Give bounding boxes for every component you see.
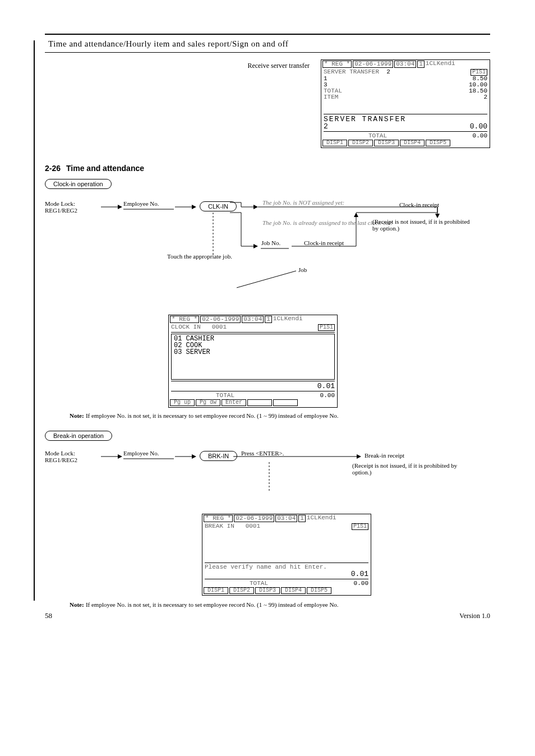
pos-l4-l: ITEM [324, 94, 338, 100]
mode-lock-label-2: Mode Lock:REG1/REG2 [45, 450, 77, 463]
pos1-btn1[interactable]: DISP1 [322, 140, 347, 146]
pos3-mode: * REG * [204, 515, 233, 522]
pos2-mode: * REG * [170, 316, 199, 323]
pos2-title-l: CLOCK IN [171, 324, 201, 330]
breakin-receipt: Break-in receipt [365, 452, 404, 459]
pos3-date: 02-06-1999 [234, 515, 274, 522]
pos2-btn1[interactable]: Pg up [170, 399, 195, 406]
pos2-clerk: 1CLKendi [273, 316, 303, 323]
pos3-title-r: 0001 [246, 523, 260, 529]
pos3-btn2[interactable]: DISP2 [229, 587, 254, 594]
touch-job-note: Touch the appropriate job. [167, 253, 232, 260]
pos-display-clockin: * REG * 02-06-1999 03:04 1 1CLKendi CLOC… [168, 315, 338, 408]
job-label: Job [298, 266, 307, 273]
pos2-btn5[interactable] [273, 399, 298, 406]
pos2-btn3[interactable]: Enter [222, 399, 246, 406]
svg-marker-28 [192, 454, 196, 459]
pos-mid-title: SERVER TRANSFER [324, 116, 487, 123]
pos2-btn2[interactable]: Pg dw [196, 399, 220, 406]
footer-version: Version 1.0 [459, 612, 490, 620]
pos3-term: 1 [298, 515, 306, 522]
pos3-time: 03:04 [275, 515, 297, 522]
svg-marker-25 [118, 454, 122, 459]
pos2-badge: P1S1 [318, 324, 335, 331]
pos3-title-l: BREAK IN [205, 523, 234, 529]
svg-marker-16 [253, 244, 258, 248]
employee-no-label-2: Employee No. [123, 450, 159, 457]
pos1-btn4[interactable]: DISP4 [400, 140, 425, 146]
pos2-date: 02-06-1999 [200, 316, 241, 323]
flow1-svg [45, 197, 471, 315]
pos-mid-l: 2 [324, 123, 328, 130]
header-rule-thick [45, 34, 490, 35]
svg-marker-4 [192, 205, 196, 209]
pos-title-r: 2 [386, 68, 390, 75]
pos1-btn3[interactable]: DISP3 [374, 140, 399, 146]
pos2-total-val: 0.00 [320, 393, 335, 399]
svg-marker-8 [253, 205, 258, 209]
flow2-svg [45, 446, 471, 514]
pos-total-val: 0.00 [473, 133, 487, 139]
pos2-btn4[interactable] [247, 399, 272, 406]
pos-l4-r: 2 [483, 94, 487, 100]
receipt-note-1: (Receipt is not issued, if it is prohibi… [372, 218, 473, 232]
svg-marker-31 [357, 454, 361, 459]
receipt-note-2: (Receipt is not issued, if it is prohibi… [352, 462, 464, 476]
header-rule-thin [45, 52, 490, 53]
svg-marker-20 [354, 213, 358, 217]
not-yet-title: The job No. is NOT assigned yet: [262, 199, 344, 206]
pos3-total-value: 0.00 [354, 580, 368, 587]
running-header: Time and attendance/Hourly item and sale… [45, 39, 490, 49]
pos3-badge: P1S1 [352, 523, 368, 530]
pos-title-l: SERVER TRANSFER [324, 68, 379, 75]
press-enter-label: Press <ENTER>. [241, 450, 284, 457]
pos2-opt-row[interactable]: 03 SERVER [174, 349, 332, 356]
pos-display-breakin: * REG * 02-06-1999 03:04 1 1CLKendi BREA… [202, 514, 371, 596]
pos-mid-r: 0.00 [470, 123, 487, 130]
pos3-btn1[interactable]: DISP1 [204, 587, 228, 594]
receipt2: Clock-in receipt [304, 239, 344, 246]
pos2-title-r: 0001 [212, 324, 227, 330]
pos1-btn2[interactable]: DISP2 [348, 140, 373, 146]
pos3-btn4[interactable]: DISP4 [281, 587, 306, 594]
pos3-total-label: TOTAL [250, 580, 268, 587]
note-body-2: If employee No. is not set, it is necess… [86, 601, 339, 608]
svg-marker-1 [118, 205, 122, 209]
pos-mode: * REG * [322, 61, 352, 68]
pos2-time: 03:04 [242, 316, 264, 323]
svg-marker-11 [435, 214, 440, 218]
pos3-btn3[interactable]: DISP3 [255, 587, 280, 594]
pos2-total-label: TOTAL [216, 393, 234, 399]
pos-term: 1 [417, 61, 425, 68]
pos-total-label: TOTAL [368, 133, 387, 139]
receipt1: Clock-in receipt [399, 201, 439, 208]
section-title: Time and attendance [66, 164, 144, 173]
pos2-amount: 0.01 [317, 382, 335, 390]
pos-date: 02-06-1999 [353, 61, 393, 68]
clk-in-key-1: CLK-IN [200, 201, 237, 211]
left-margin-rule [34, 40, 35, 601]
page-number: 58 [45, 611, 52, 620]
pos3-amount: 0.01 [351, 570, 368, 578]
pos1-btn5[interactable]: DISP5 [426, 140, 450, 146]
note-body-1: If employee No. is not set, it is necess… [86, 412, 339, 419]
pos3-btn5[interactable]: DISP5 [307, 587, 331, 594]
note-heading-2: Note: [70, 601, 84, 608]
pos-time: 03:04 [394, 61, 416, 68]
note-heading-1: Note: [70, 412, 84, 419]
job-no-label: Job No. [261, 239, 280, 246]
brk-in-key: BRK-IN [200, 451, 237, 461]
clockin-heading-oval: Clock-in operation [45, 178, 490, 189]
section-number: 2-26 [45, 164, 61, 173]
pos2-term: 1 [265, 316, 272, 323]
pos3-msg: Please verify name and hit Enter. [205, 564, 368, 570]
receive-transfer-label: Receive server transfer [247, 62, 310, 148]
pos-clerk: 1CLKendi [426, 61, 455, 68]
employee-no-label-1: Employee No. [123, 200, 159, 207]
breakin-heading-oval: Break-in operation [45, 430, 490, 441]
mode-lock-label: Mode Lock:REG1/REG2 [45, 200, 77, 214]
svg-line-23 [237, 271, 296, 288]
pos3-clerk: 1CLKendi [307, 515, 336, 522]
pos-display-server-transfer: * REG * 02-06-1999 03:04 1 1CLKendi SERV… [321, 59, 490, 148]
